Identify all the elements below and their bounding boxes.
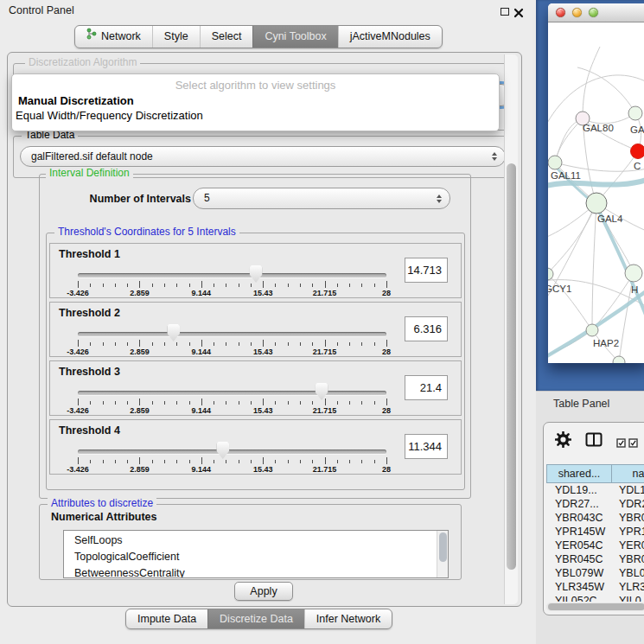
network-edge[interactable] bbox=[583, 47, 600, 118]
checkbox-checked-icon[interactable] bbox=[628, 436, 638, 451]
tab-select[interactable]: Select bbox=[200, 26, 253, 48]
network-node-label: GAL4 bbox=[597, 214, 623, 224]
network-window-titlebar[interactable] bbox=[548, 3, 644, 22]
float-window-icon[interactable] bbox=[501, 8, 509, 16]
list-item[interactable]: SelfLoops bbox=[64, 532, 448, 549]
cell-shared-name: YDL19... bbox=[546, 483, 614, 497]
tab-discretize-data[interactable]: Discretize Data bbox=[207, 609, 304, 628]
threshold-row: Threshold 3-3.4262.8599.14415.4321.71528… bbox=[49, 360, 462, 416]
list-item[interactable]: BetweennessCentrality bbox=[64, 565, 448, 578]
threshold-value-field[interactable]: 6.316 bbox=[405, 316, 448, 341]
slider-thumb[interactable] bbox=[216, 442, 229, 459]
numerical-attributes-list[interactable]: SelfLoopsTopologicalCoefficientBetweenne… bbox=[63, 530, 449, 578]
close-traffic-light-icon[interactable] bbox=[556, 8, 565, 17]
algorithm-option-manual[interactable]: Manual Discretization bbox=[12, 93, 499, 108]
table-row[interactable]: YER054CYER0 bbox=[546, 539, 644, 552]
column-header-name[interactable]: na bbox=[612, 464, 644, 483]
table-row[interactable]: YBR045CYBR0 bbox=[546, 552, 644, 566]
network-edge[interactable] bbox=[555, 118, 583, 163]
table-row[interactable]: YBL079WYBL0 bbox=[546, 566, 644, 580]
slider-track[interactable] bbox=[78, 391, 386, 395]
attributes-group-title: Attributes to discretize bbox=[48, 498, 156, 509]
slider-ticks bbox=[78, 457, 386, 465]
table-panel: shared... na YDL19...YDL1YDR27...YDR2YBR… bbox=[543, 422, 644, 615]
threshold-slider[interactable]: -3.4262.8599.14415.4321.71528 bbox=[78, 444, 386, 474]
tab-network[interactable]: Network bbox=[75, 26, 152, 48]
close-icon[interactable] bbox=[513, 6, 524, 16]
list-scrollbar[interactable] bbox=[437, 531, 448, 577]
network-edge[interactable] bbox=[592, 273, 634, 330]
network-node[interactable] bbox=[625, 265, 642, 282]
cell-shared-name: YLR345W bbox=[546, 580, 614, 594]
number-of-intervals-select[interactable]: 5 bbox=[193, 188, 450, 209]
network-graph[interactable]: GAL80GACGAL11GAL4GCY1HHAP2 bbox=[548, 22, 644, 363]
panel-scrollbar[interactable] bbox=[504, 54, 518, 604]
gear-icon[interactable] bbox=[555, 431, 571, 451]
table-row[interactable]: YBR043CYBR0 bbox=[546, 511, 644, 525]
network-node[interactable] bbox=[586, 193, 607, 214]
table-row[interactable]: YPR145WYPR1 bbox=[546, 525, 644, 539]
table-row[interactable]: YIL052CYIL0 bbox=[546, 594, 644, 602]
split-columns-icon[interactable] bbox=[585, 432, 603, 450]
list-scrollbar-thumb[interactable] bbox=[439, 532, 447, 562]
tab-jactivemnodules[interactable]: jActiveMNodules bbox=[338, 26, 442, 48]
network-edge[interactable] bbox=[592, 203, 596, 330]
threshold-value-field[interactable]: 11.344 bbox=[405, 434, 448, 459]
table-horizontal-scrollbar[interactable] bbox=[546, 603, 644, 611]
threshold-slider[interactable]: -3.4262.8599.14415.4321.71528 bbox=[78, 268, 386, 297]
table-panel-title: Table Panel bbox=[553, 398, 609, 410]
tab-infer-network[interactable]: Infer Network bbox=[304, 609, 392, 628]
tab-cyni-toolbox[interactable]: Cyni Toolbox bbox=[252, 26, 337, 48]
column-header-shared-name[interactable]: shared... bbox=[546, 464, 612, 483]
cell-shared-name: YPR145W bbox=[546, 525, 614, 539]
threshold-value-field[interactable]: 21.4 bbox=[405, 375, 448, 400]
network-edge[interactable] bbox=[577, 67, 635, 113]
slider-track[interactable] bbox=[78, 332, 386, 336]
network-node-label: GAL80 bbox=[583, 123, 614, 133]
table-horizontal-scrollbar-thumb[interactable] bbox=[548, 603, 644, 610]
table-row[interactable]: YDR27...YDR2 bbox=[546, 497, 644, 511]
network-node-label: HAP2 bbox=[593, 338, 619, 348]
slider-thumb[interactable] bbox=[316, 383, 328, 400]
network-node[interactable] bbox=[548, 156, 562, 169]
threshold-value-field[interactable]: 14.713 bbox=[405, 258, 448, 283]
threshold-label: Threshold 4 bbox=[59, 424, 120, 437]
table-data-select[interactable]: galFiltered.sif default node bbox=[20, 146, 506, 167]
tab-style[interactable]: Style bbox=[152, 26, 200, 48]
control-panel: Control Panel Network Style Select Cyni … bbox=[0, 0, 536, 644]
table-row[interactable]: YLR345WYLR3 bbox=[546, 580, 644, 594]
slider-thumb[interactable] bbox=[167, 324, 180, 341]
network-edge[interactable] bbox=[555, 118, 583, 163]
table-rows: YDL19...YDL1YDR27...YDR2YBR043CYBR0YPR14… bbox=[546, 483, 644, 602]
slider-thumb[interactable] bbox=[250, 265, 263, 283]
network-node[interactable] bbox=[631, 144, 644, 159]
algorithm-placeholder-option[interactable]: Select algorithm to view settings bbox=[12, 77, 499, 93]
tab-impute-data[interactable]: Impute Data bbox=[126, 609, 207, 628]
network-node-label: GCY1 bbox=[548, 284, 571, 294]
network-node[interactable] bbox=[548, 268, 553, 280]
threshold-slider[interactable]: -3.4262.8599.14415.4321.71528 bbox=[78, 327, 386, 356]
table-row[interactable]: YDL19...YDL1 bbox=[546, 483, 644, 497]
threshold-slider[interactable]: -3.4262.8599.14415.4321.71528 bbox=[78, 386, 386, 415]
apply-button[interactable]: Apply bbox=[234, 582, 293, 601]
slider-track[interactable] bbox=[78, 450, 386, 454]
threshold-label: Threshold 3 bbox=[59, 366, 120, 378]
slider-tick-labels: -3.4262.8599.14415.4321.71528 bbox=[78, 465, 386, 475]
network-node-label: GAL11 bbox=[551, 170, 581, 181]
network-window[interactable]: GAL80GACGAL11GAL4GCY1HHAP2 bbox=[548, 3, 644, 363]
panel-scrollbar-thumb[interactable] bbox=[507, 163, 516, 570]
network-node[interactable] bbox=[628, 106, 642, 120]
cell-name: YBR0 bbox=[614, 511, 644, 525]
list-item[interactable]: TopologicalCoefficient bbox=[64, 549, 448, 565]
numerical-attributes-label: Numerical Attributes bbox=[51, 511, 156, 523]
slider-track[interactable] bbox=[78, 273, 386, 277]
algorithm-option-equal-width[interactable]: Equal Width/Frequency Discretization bbox=[12, 108, 499, 123]
network-node-label: H bbox=[631, 284, 638, 295]
zoom-traffic-light-icon[interactable] bbox=[589, 8, 598, 17]
thresholds-group-title: Threshold's Coordinates for 5 Intervals bbox=[54, 226, 239, 238]
checkbox-checked-icon[interactable] bbox=[616, 436, 626, 451]
network-node[interactable] bbox=[586, 324, 598, 336]
network-edge[interactable] bbox=[548, 203, 596, 274]
cell-name: YLR3 bbox=[614, 580, 644, 594]
minimize-traffic-light-icon[interactable] bbox=[572, 8, 582, 17]
